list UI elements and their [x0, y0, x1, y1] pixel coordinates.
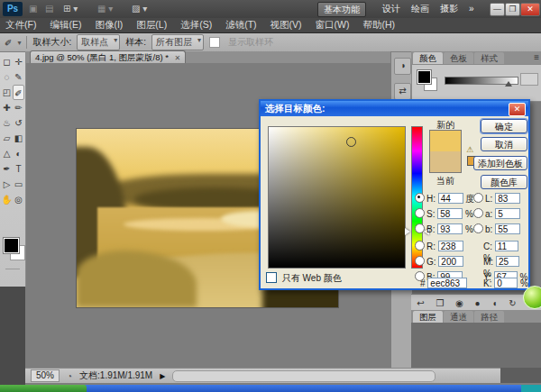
ramp-value-field[interactable] — [520, 73, 538, 86]
status-expand-icon[interactable]: ▶ — [160, 372, 165, 380]
document-tab[interactable]: 4.jpg @ 50% (黑白 1, 图层蒙版/8) * ✕ — [30, 50, 186, 64]
tab-swatches[interactable]: 色板 — [444, 52, 473, 64]
pen-tool-icon[interactable]: ✒ — [1, 161, 13, 177]
menu-image[interactable]: 图像(I) — [95, 19, 123, 32]
menu-window[interactable]: 窗口(W) — [316, 19, 350, 32]
input-lab-b[interactable]: 55 — [495, 223, 520, 234]
bridge-icon[interactable]: ▣ — [29, 3, 37, 15]
blur-tool-icon[interactable]: △ — [1, 146, 13, 161]
radio-h[interactable] — [415, 193, 425, 203]
type-tool-icon[interactable]: T — [13, 161, 24, 177]
web-colors-only-checkbox[interactable] — [266, 272, 277, 283]
overlay-green-badge[interactable] — [523, 286, 541, 309]
move-tool-icon[interactable]: ✛ — [13, 54, 24, 69]
eyedropper-tool-button[interactable]: ✐ — [13, 85, 24, 100]
radio-g[interactable] — [415, 256, 425, 266]
input-h[interactable]: 44 — [438, 193, 463, 204]
zoom-tool-icon[interactable]: ⊞ ▾ — [63, 3, 78, 15]
toggle-visibility-icon[interactable]: ● — [475, 298, 481, 308]
arrange-documents-icon[interactable]: ▦ ▾ — [97, 3, 113, 15]
screen-mode-icon[interactable]: ▨ ▾ — [132, 3, 147, 15]
tab-styles[interactable]: 样式 — [474, 52, 504, 64]
expanded-view-icon[interactable]: ❐ — [436, 298, 444, 308]
radio-s[interactable] — [415, 208, 425, 218]
previous-state-icon[interactable]: ◖ — [491, 298, 497, 308]
cancel-button[interactable]: 取消 — [481, 137, 527, 151]
shape-tool-icon[interactable]: ▭ — [13, 177, 24, 192]
tab-color[interactable]: 颜色 — [413, 52, 443, 64]
zoom-tool-icon-toolbox[interactable]: ◎ — [13, 192, 24, 207]
zoom-level-field[interactable]: 50% — [31, 369, 60, 382]
dodge-tool-icon[interactable]: ◐ — [13, 146, 24, 161]
gradient-tool-icon[interactable]: ◧ — [13, 131, 24, 146]
menu-help[interactable]: 帮助(H) — [363, 19, 396, 32]
close-button[interactable]: ✕ — [520, 3, 540, 16]
menu-select[interactable]: 选择(S) — [180, 19, 212, 32]
current-color-swatch[interactable] — [430, 151, 461, 172]
hand-tool-icon[interactable]: ✋ — [1, 192, 13, 207]
workspace-more-button[interactable]: » — [463, 2, 480, 15]
workspace-essentials-button[interactable]: 基本功能 — [317, 2, 366, 17]
input-c[interactable]: 11 — [495, 241, 518, 251]
tab-channels[interactable]: 通道 — [444, 311, 473, 323]
start-button-edge[interactable] — [0, 385, 87, 392]
history-brush-tool-icon[interactable]: ↺ — [13, 115, 24, 131]
input-g[interactable]: 200 — [438, 256, 463, 267]
radio-lab-b[interactable] — [473, 223, 483, 233]
saturation-brightness-field[interactable] — [268, 126, 406, 269]
dialog-close-icon[interactable]: ✕ — [509, 103, 526, 116]
input-m[interactable]: 25 — [496, 256, 519, 267]
panel-foreground-swatch[interactable] — [417, 70, 431, 84]
ramp-slider-handle[interactable] — [505, 81, 512, 87]
reset-icon[interactable]: ↻ — [509, 298, 516, 308]
tab-close-icon[interactable]: ✕ — [175, 54, 181, 62]
radio-l[interactable] — [473, 193, 483, 203]
tool-preset-arrow-icon[interactable]: ▾ — [17, 39, 21, 47]
foreground-color-swatch[interactable] — [4, 238, 19, 253]
input-a[interactable]: 5 — [495, 208, 520, 219]
eyedropper-tool-icon[interactable]: ✐ — [5, 38, 12, 48]
gamut-warning-icon[interactable]: ⚠ — [466, 146, 473, 154]
view-extras-icon[interactable]: ▤ — [45, 3, 53, 15]
input-k[interactable]: 0 — [494, 278, 518, 288]
dialog-title-bar[interactable]: 选择目标颜色: — [261, 101, 528, 116]
brush-tool-icon[interactable]: ✏ — [13, 100, 24, 115]
path-selection-tool-icon[interactable]: ▷ — [1, 177, 13, 192]
clone-stamp-tool-icon[interactable]: ♨ — [1, 115, 13, 131]
horizontal-scrollbar[interactable] — [172, 370, 436, 382]
restore-button[interactable]: ❐ — [505, 3, 520, 16]
radio-a[interactable] — [473, 208, 483, 218]
hue-slider-arrow-left[interactable] — [405, 228, 410, 235]
workspace-photography-button[interactable]: 摄影 — [435, 2, 463, 15]
menu-layer[interactable]: 图层(L) — [136, 19, 167, 32]
tab-paths[interactable]: 路径 — [474, 311, 504, 323]
clip-to-layer-icon[interactable]: ◉ — [455, 298, 463, 308]
menu-view[interactable]: 视图(V) — [270, 19, 302, 32]
add-to-swatches-button[interactable]: 添加到色板 — [473, 156, 527, 170]
tab-layers[interactable]: 图层 — [413, 311, 443, 323]
sample-dropdown[interactable]: 所有图层 — [151, 34, 204, 50]
healing-brush-tool-icon[interactable]: ✚ — [1, 100, 13, 115]
menu-edit[interactable]: 编辑(E) — [50, 19, 81, 32]
workspace-painting-button[interactable]: 绘画 — [406, 2, 435, 15]
panel-menu-icon[interactable]: ≡ — [534, 52, 539, 62]
minimize-button[interactable]: — — [490, 3, 505, 16]
marquee-tool-icon[interactable]: ◻ — [1, 54, 13, 69]
input-s[interactable]: 58 — [437, 208, 463, 219]
radio-b[interactable] — [415, 223, 425, 233]
quick-selection-tool-icon[interactable]: ✎ — [13, 69, 24, 85]
hex-input[interactable]: eec863 — [427, 278, 467, 288]
masks-panel-icon[interactable]: ⇄ — [394, 83, 411, 100]
sample-size-dropdown[interactable]: 取样点 — [77, 34, 120, 50]
return-arrow-icon[interactable]: ↩ — [417, 298, 424, 308]
color-libraries-button[interactable]: 颜色库 — [481, 175, 527, 189]
show-ring-checkbox[interactable] — [209, 37, 220, 48]
lasso-tool-icon[interactable]: ◌ — [1, 69, 13, 85]
crop-tool-icon[interactable]: ◰ — [1, 85, 13, 100]
eraser-tool-icon[interactable]: ▱ — [1, 131, 13, 146]
input-r[interactable]: 238 — [438, 241, 463, 251]
radio-r[interactable] — [415, 241, 425, 251]
color-field-marker[interactable] — [346, 137, 356, 147]
input-l[interactable]: 83 — [495, 193, 520, 204]
ok-button[interactable]: 确定 — [481, 119, 527, 133]
